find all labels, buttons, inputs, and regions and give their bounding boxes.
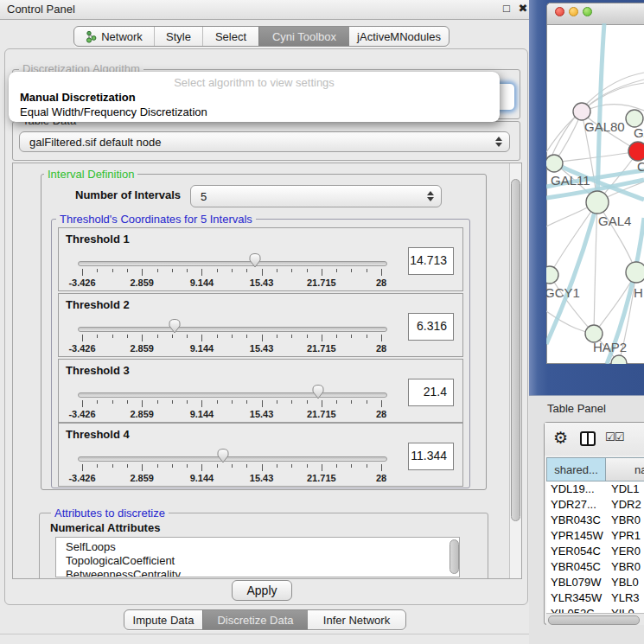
slider-thumb[interactable]: [310, 384, 326, 401]
network-edge[interactable]: [594, 272, 636, 334]
gear-icon[interactable]: ⚙: [553, 428, 568, 448]
network-edge[interactable]: [550, 202, 597, 275]
table-row[interactable]: YIL052CYIL0: [546, 606, 644, 613]
table-row[interactable]: YER054CYER0: [546, 544, 644, 559]
tab-label: Cyni Toolbox: [272, 30, 336, 43]
tab-label: Select: [215, 30, 246, 43]
slider-tick-label: 21.715: [307, 473, 336, 483]
slider-minor-tick: [217, 400, 218, 404]
red-node[interactable]: [628, 142, 644, 161]
tab-network[interactable]: Network: [74, 27, 154, 46]
cell-name: YER0: [611, 545, 641, 558]
slider-minor-tick: [291, 335, 292, 338]
gal11-node[interactable]: [546, 155, 563, 172]
network-window-titlebar[interactable]: [547, 3, 644, 25]
zoom-traffic-light[interactable]: [583, 7, 592, 16]
table-hscrollbar-track[interactable]: [546, 613, 644, 625]
threshold-value-field[interactable]: 21.4: [408, 379, 454, 406]
table-row[interactable]: YPR145WYPR1: [546, 528, 644, 544]
network-edge[interactable]: [554, 151, 638, 163]
slider-thumb[interactable]: [167, 318, 182, 335]
settings-scrollbar-thumb[interactable]: [511, 179, 520, 521]
slider-minor-tick: [112, 335, 113, 338]
table-row[interactable]: YLR345WYLR3: [546, 590, 644, 606]
slider-tick-label: 28: [376, 409, 386, 419]
threshold-label: Threshold 2: [66, 298, 130, 311]
table-hscrollbar-thumb[interactable]: [548, 615, 640, 625]
checkbox-checked-icon[interactable]: ☑☑: [605, 430, 623, 443]
split-columns-icon[interactable]: [579, 430, 596, 448]
slider-major-tick: [381, 400, 382, 407]
table-row[interactable]: YBR043CYBR0: [546, 513, 644, 528]
column-header-shared[interactable]: shared...: [546, 457, 606, 481]
cell-name: YPR1: [611, 529, 641, 542]
slider-track[interactable]: [78, 456, 387, 462]
threshold-value-field[interactable]: 11.344: [408, 443, 454, 470]
slider-minor-tick: [277, 335, 277, 338]
cell-name: YDR2: [611, 498, 641, 511]
slider-track[interactable]: [78, 261, 387, 266]
tab-style[interactable]: Style: [154, 27, 202, 46]
threshold-value-field[interactable]: 14.713: [408, 247, 454, 275]
slider-minor-tick: [187, 269, 188, 272]
slider-track[interactable]: [78, 392, 387, 398]
number-of-intervals-label: Number of Intervals: [75, 188, 181, 201]
numerical-attributes-label: Numerical Attributes: [50, 521, 160, 534]
table-row[interactable]: YBL079WYBL0: [546, 575, 644, 590]
slider-track[interactable]: [78, 327, 387, 332]
tab-infer-network[interactable]: Infer Network: [308, 610, 405, 629]
slider-thumb[interactable]: [247, 252, 263, 270]
column-header-name[interactable]: na: [606, 457, 644, 481]
close-panel-icon[interactable]: ✖: [516, 2, 530, 15]
topright-node[interactable]: [626, 110, 643, 127]
cell-shared-name: YLR345W: [551, 591, 602, 604]
numerical-attributes-list[interactable]: SelfLoopsTopologicalCoefficientBetweenne…: [55, 537, 460, 577]
minimize-traffic-light[interactable]: [569, 7, 578, 16]
cell-shared-name: YDL19...: [551, 482, 595, 495]
gcy1-node[interactable]: [546, 266, 558, 284]
control-panel-tabs: NetworkStyleSelectCyni ToolboxjActiveMNo…: [73, 26, 450, 47]
popup-option-equal-width-frequency[interactable]: Equal Width/Frequency Discretization: [20, 105, 207, 118]
number-of-intervals-combobox[interactable]: 5: [190, 185, 442, 207]
table-row[interactable]: YBR045CYBR0: [546, 559, 644, 575]
slider-minor-tick: [157, 269, 158, 272]
network-edge[interactable]: [594, 202, 597, 334]
popup-option-manual-discretization[interactable]: Manual Discretization: [20, 91, 136, 104]
gal80-node[interactable]: [573, 103, 590, 120]
slider-thumb[interactable]: [215, 448, 231, 465]
tab-select[interactable]: Select: [202, 27, 258, 46]
close-traffic-light[interactable]: [555, 7, 564, 16]
gal4-node[interactable]: [586, 191, 609, 214]
h-node[interactable]: [626, 262, 644, 283]
cell-name: YBL0: [611, 576, 639, 589]
slider-major-tick: [262, 335, 263, 341]
slider-minor-tick: [157, 335, 158, 338]
tab-discretize-data[interactable]: Discretize Data: [202, 610, 308, 629]
table-row[interactable]: YDR27...YDR2: [546, 497, 644, 513]
algorithm-dropdown-popup: Select algorithm to view settings Manual…: [9, 72, 500, 122]
network-edge[interactable]: [554, 112, 582, 163]
apply-button[interactable]: Apply: [232, 580, 292, 601]
tab-impute-data[interactable]: Impute Data: [124, 610, 202, 629]
threshold-value-field[interactable]: 6.316: [408, 313, 454, 341]
attribute-list-item[interactable]: TopologicalCoefficient: [56, 554, 459, 568]
slider-tick-label: 15.43: [250, 409, 274, 419]
table-body[interactable]: YDL19...YDL1YDR27...YDR2YBR043CYBR0YPR14…: [546, 481, 644, 613]
slider-tick-label: 28: [376, 343, 386, 354]
tab-jactivemnodules[interactable]: jActiveMNodules: [349, 27, 449, 46]
tab-cyni-toolbox[interactable]: Cyni Toolbox: [258, 27, 349, 46]
float-window-icon[interactable]: □: [500, 2, 513, 15]
slider-major-tick: [82, 464, 83, 471]
slider-tick-label: 21.715: [307, 277, 336, 288]
slider-tick-label: 9.144: [190, 409, 214, 419]
table-data-combobox[interactable]: galFiltered.sif default node: [19, 131, 510, 152]
attribute-list-item[interactable]: SelfLoops: [56, 540, 459, 554]
tab-label: Discretize Data: [217, 614, 293, 627]
table-row[interactable]: YDL19...YDL1: [546, 481, 644, 497]
attributes-list-scrollbar[interactable]: [450, 539, 459, 574]
attribute-list-item[interactable]: BetweennessCentrality: [56, 568, 459, 577]
control-panel-titlebar: Control Panel □ ✖: [0, 0, 534, 20]
network-graph-canvas[interactable]: GAL80GACGAL11GAL4GCY1HHAP2: [546, 23, 644, 364]
slider-tick-label: 15.43: [250, 473, 274, 483]
slider-tick-label: 21.715: [307, 409, 336, 419]
